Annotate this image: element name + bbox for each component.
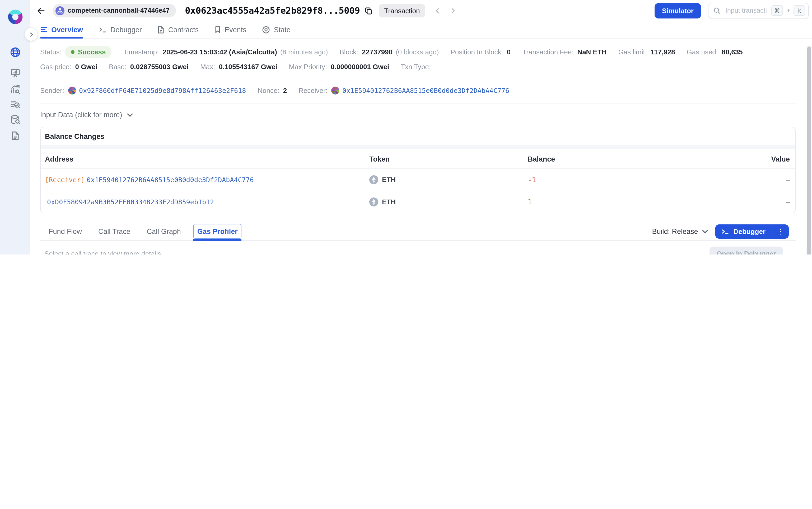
vertical-scrollbar[interactable] [806,45,812,254]
table-row[interactable]: 0xD0F580942a9B3B52FE003348233F2dD859eb1b… [41,191,795,213]
search-trace-icon[interactable] [9,99,21,111]
base-fee-label: Base: [109,63,127,71]
kebab-menu-icon[interactable]: ⋮ [772,228,789,236]
open-in-debugger-button[interactable]: Open in Debugger [710,246,783,254]
status-dot-icon [71,50,75,54]
tab-debugger-label: Debugger [110,26,142,34]
sidebar-divider [5,34,22,34]
position-label: Position In Block: [450,48,503,56]
sender-avatar [68,86,76,94]
balance-delta: 1 [528,198,532,206]
explorer-globe-icon[interactable] [9,46,21,58]
input-data-toggle[interactable]: Input Data (click for more) [40,111,795,119]
tab-gas-profiler[interactable]: Gas Profiler [197,223,238,240]
project-badge[interactable]: competent-cannonball-47446e47 [53,4,176,18]
balance-changes-card: Balance Changes Address Token Balance Va… [40,127,795,213]
trace-tabs: Fund Flow Call Trace Call Graph Gas Prof… [40,223,795,241]
panel-right-border [799,234,799,254]
gas-limit-value: 117,928 [651,48,675,56]
receiver-avatar [331,86,339,94]
contract-file-icon [158,26,165,34]
tab-fund-flow[interactable]: Fund Flow [48,223,82,240]
plus-sign: + [787,7,790,14]
sidebar-expand-button[interactable] [24,28,38,41]
document-icon[interactable] [9,130,21,141]
col-balance: Balance [524,149,750,169]
next-transaction-button[interactable] [450,8,456,13]
txn-type-label: Txn Type: [401,63,431,71]
gas-price-value: 0 Gwei [75,63,97,71]
fork-icon [56,6,64,15]
status-badge: Success [65,46,112,58]
balance-delta: -1 [528,176,536,184]
fee-value: NaN ETH [577,48,607,56]
table-header-row: Address Token Balance Value [41,149,795,169]
gas-used-value: 80,635 [722,48,743,56]
timestamp-ago: (8 minutes ago) [280,48,328,56]
tab-overview-label: Overview [51,26,83,34]
terminal-icon [722,228,729,235]
scrollbar-thumb[interactable] [807,46,811,254]
nonce-label: Nonce: [258,86,279,94]
k-key: k [794,5,805,16]
tab-state-label: State [274,26,291,34]
base-fee-value: 0.028755003 Gwei [130,63,189,71]
tab-contracts-label: Contracts [168,26,199,34]
transaction-type-pill: Transaction [379,4,425,17]
block-ago: (0 blocks ago) [396,48,439,56]
input-data-label: Input Data (click for more) [40,111,122,119]
token-symbol: ETH [382,198,396,206]
debugger-split-button[interactable]: Debugger ⋮ [716,225,789,239]
balance-changes-table: Address Token Balance Value [Receiver]0x… [41,149,795,213]
focus-ring [194,224,241,239]
copy-icon[interactable] [365,7,373,14]
address-link[interactable]: 0xD0F580942a9B3B52FE003348233F2dD859eb1b… [47,198,214,206]
transaction-hash: 0x0623ac4555a42a5fe2b829f8...5009 [185,5,360,16]
debugger-button-label: Debugger [734,228,766,236]
search-box[interactable]: ⌘ + k [708,2,809,19]
simulator-button[interactable]: Simulator [655,3,701,18]
receiver-label: Receiver: [298,86,328,94]
chevron-down-icon [127,113,133,117]
address-link[interactable]: 0x1E594012762B6AA8515e0B0d0de3Df2DAbA4C7… [87,176,254,184]
gas-used-label: Gas used: [687,48,718,56]
max-fee-label: Max: [200,63,215,71]
build-select-label: Build: Release [652,228,698,236]
tab-overview[interactable]: Overview [40,21,83,38]
cmd-key: ⌘ [771,5,783,16]
back-button[interactable] [36,6,45,15]
project-badge-label: competent-cannonball-47446e47 [68,7,170,14]
tab-debugger[interactable]: Debugger [99,21,142,38]
col-value: Value [750,149,795,169]
tab-state[interactable]: State [262,21,291,38]
tab-contracts[interactable]: Contracts [158,21,199,38]
sender-address-link[interactable]: 0x92F860dfF64E71025d9e8d798Aff126463e2F6… [79,86,246,94]
state-target-icon [262,26,270,34]
divider [40,103,795,103]
summary-row-1: Status: Success Timestamp: 2025-06-23 15… [40,46,795,58]
status-label: Status: [40,48,62,56]
summary-row-2: Gas price: 0 Gwei Base: 0.028755003 Gwei… [40,63,795,71]
max-fee-value: 0.105543167 Gwei [219,63,277,71]
divider [40,78,795,78]
receiver-tag: [Receiver] [45,176,85,184]
tab-events[interactable]: Events [215,21,247,38]
nav-tabs: Overview Debugger Contracts Events State [30,21,812,38]
tenderly-logo[interactable] [7,9,23,25]
receiver-address-link[interactable]: 0x1E594012762B6AA8515e0B0d0de3Df2DAbA4C7… [342,86,509,94]
table-row[interactable]: [Receiver]0x1E594012762B6AA8515e0B0d0de3… [41,169,795,191]
prev-transaction-button[interactable] [434,8,440,13]
timestamp-value: 2025-06-23 15:03:42 (Asia/Calcutta) [162,48,277,56]
search-input[interactable] [724,6,768,15]
tab-call-trace[interactable]: Call Trace [98,223,130,240]
database-search-icon[interactable] [9,114,21,126]
block-label: Block: [340,48,358,56]
tab-call-graph[interactable]: Call Graph [147,223,181,240]
value-cell: – [750,169,795,191]
analytics-icon[interactable] [9,83,21,95]
gas-limit-label: Gas limit: [618,48,647,56]
main-area: competent-cannonball-47446e47 0x0623ac45… [30,0,812,254]
build-select[interactable]: Build: Release [652,228,708,236]
dashboard-icon[interactable] [9,67,21,79]
eth-token-icon [369,198,378,206]
